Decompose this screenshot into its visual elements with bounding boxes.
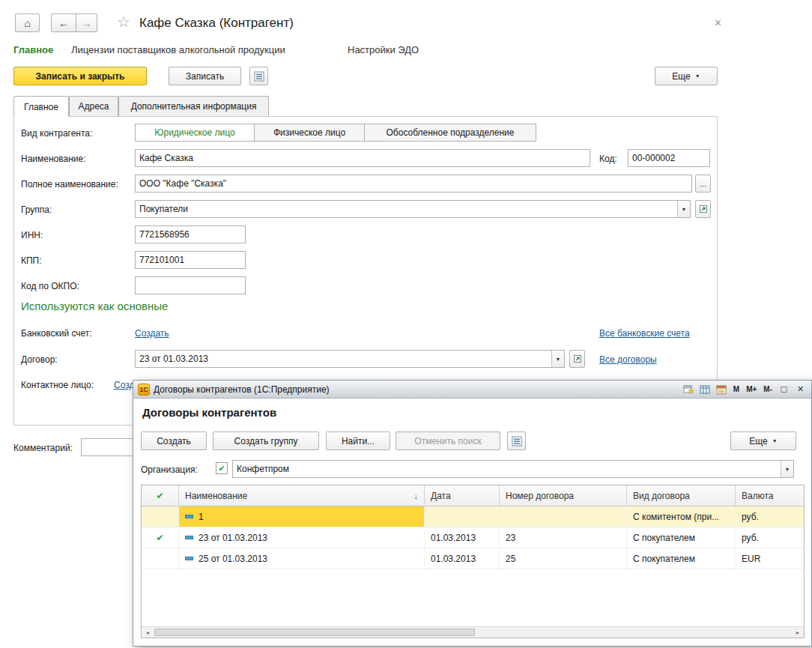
kpp-label: КПП: [21,255,42,266]
cancel-search-button[interactable]: Отменить поиск [396,432,500,450]
group-value[interactable]: Покупатели [136,201,677,217]
table-header-row: ✔ Наименование ↓ Дата Номер договора Вид… [142,485,804,506]
tab-addresses[interactable]: Адреса [69,96,118,116]
kind-option-division[interactable]: Обособленное подразделение [364,124,536,142]
dialog-more-button[interactable]: Еще ▼ [730,432,796,450]
column-header-kind[interactable]: Вид договора [627,485,736,506]
scroll-left-icon[interactable]: ◄ [142,627,154,638]
kind-division-label: Обособленное подразделение [387,127,515,138]
cell-name[interactable]: 1 [179,506,425,527]
bank-account-label: Банковский счет: [21,328,92,339]
nav-main[interactable]: Главное [13,44,53,55]
group-dropdown-icon[interactable]: ▼ [677,201,690,217]
full-name-input[interactable] [135,175,692,193]
all-contracts-link[interactable]: Все договоры [599,354,657,365]
forward-button[interactable]: → [76,13,97,32]
check-icon: ✔ [156,533,163,543]
main-usage-section-title: Используются как основные [21,300,168,312]
scroll-right-icon[interactable]: ► [792,627,804,638]
ellipsis-icon: ... [700,179,706,188]
table-row[interactable]: ✔ 23 от 01.03.2013 01.03.2013 23 С покуп… [142,527,804,548]
nav-edo-settings[interactable]: Настройки ЭДО [348,44,419,55]
open-icon [573,354,582,363]
organization-value[interactable]: Конфетпром [233,461,781,477]
comment-label: Комментарий: [13,443,73,453]
home-button[interactable]: ⌂ [15,13,40,32]
name-input[interactable] [135,149,590,167]
favorites-window-icon[interactable] [682,383,695,396]
kind-option-legal[interactable]: Юридическое лицо [135,124,255,142]
window-star-icon [683,384,694,395]
column-header-name[interactable]: Наименование ↓ [179,485,425,506]
table-row[interactable]: 1 С комитентом (при... руб. [142,506,804,527]
group-combo[interactable]: Покупатели ▼ [135,200,691,218]
window-close-icon[interactable]: ✕ [714,17,722,28]
dialog-report-list-button[interactable] [507,432,526,450]
memory-button[interactable]: M [732,385,741,393]
sort-desc-icon: ↓ [414,491,419,500]
save-close-button[interactable]: Записать и закрыть [13,67,147,85]
cell-name[interactable]: 25 от 01.03.2013 [179,548,425,569]
cell-check [142,506,179,527]
checkbox-check-icon: ✔ [218,464,225,473]
kind-option-individual[interactable]: Физическое лицо [254,124,365,142]
create-group-label: Создать группу [234,436,298,446]
memory-plus-button[interactable]: M+ [745,385,758,393]
kpp-input[interactable] [135,251,246,269]
horizontal-scrollbar[interactable]: ◄ ► [142,626,804,638]
create-button[interactable]: Создать [141,432,207,450]
organization-dropdown-icon[interactable]: ▼ [781,461,793,477]
column-kind-label: Вид договора [633,491,690,501]
organization-checkbox[interactable]: ✔ [216,462,228,474]
organization-combo[interactable]: Конфетпром ▼ [232,460,794,478]
memory-minus-button[interactable]: M- [762,385,774,393]
favorite-star-icon[interactable]: ☆ [117,13,130,31]
column-header-date[interactable]: Дата [425,485,500,506]
calendar-icon[interactable] [715,383,728,396]
find-button[interactable]: Найти... [326,432,390,450]
column-header-number[interactable]: Номер договора [500,485,627,506]
chevron-down-icon: ▼ [772,438,778,443]
back-button[interactable]: ← [51,13,76,32]
column-number-label: Номер договора [506,491,574,501]
report-list-button[interactable] [249,67,268,85]
item-mark-icon [185,557,193,560]
code-input[interactable] [628,149,710,167]
tab-additional-info[interactable]: Дополнительная информация [118,96,269,116]
cell-currency: руб. [736,527,804,548]
contract-value[interactable]: 23 от 01.03.2013 [136,351,551,367]
1c-logo-icon: 1С [138,384,150,396]
table-row[interactable]: 25 от 01.03.2013 01.03.2013 25 С покупат… [142,548,804,569]
calendar-glyph-icon [716,384,727,395]
item-mark-icon [185,536,193,539]
scrollbar-thumb[interactable] [154,629,475,636]
name-label: Наименование: [21,154,86,164]
spreadsheet-icon[interactable] [699,383,712,396]
dialog-close-icon[interactable]: ✕ [794,383,807,396]
item-mark-icon [185,515,193,518]
full-name-ellipsis-button[interactable]: ... [695,175,711,193]
bank-create-link[interactable]: Создать [135,328,169,339]
contract-combo[interactable]: 23 от 01.03.2013 ▼ [135,350,565,368]
column-header-currency[interactable]: Валюта [736,485,804,506]
maximize-icon[interactable]: □ [778,383,790,396]
column-header-check[interactable]: ✔ [142,485,179,506]
more-button[interactable]: Еще ▼ [655,67,718,85]
create-group-button[interactable]: Создать группу [213,432,319,450]
nav-licenses[interactable]: Лицензии поставщиков алкогольной продукц… [71,44,285,55]
okpo-input[interactable] [135,276,246,294]
dialog-title: Договоры контрагентов (1С:Предприятие) [154,384,679,395]
save-button[interactable]: Записать [169,67,241,85]
back-icon: ← [58,17,69,29]
inn-label: ИНН: [21,230,43,240]
group-open-button[interactable] [695,200,711,218]
dialog-titlebar[interactable]: 1С Договоры контрагентов (1С:Предприятие… [133,381,811,399]
cell-number: 25 [500,548,627,569]
all-bank-accounts-link[interactable]: Все банковские счета [599,328,690,339]
cell-name[interactable]: 23 от 01.03.2013 [179,527,425,548]
tab-main[interactable]: Главное [13,96,69,117]
inn-input[interactable] [135,225,246,243]
contract-open-button[interactable] [569,350,585,368]
contract-dropdown-icon[interactable]: ▼ [551,351,564,367]
cell-kind: С комитентом (при... [627,506,736,527]
